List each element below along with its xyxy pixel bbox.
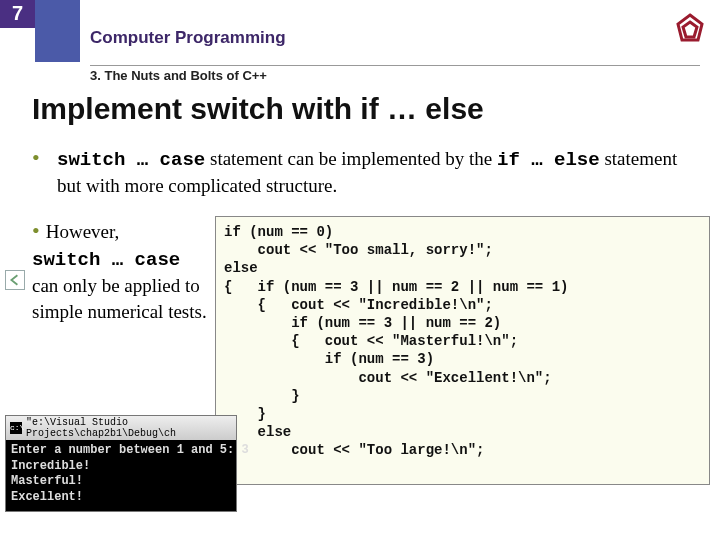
header-color-strip (35, 0, 80, 62)
bullet-1: • switch … case statement can be impleme… (32, 146, 695, 198)
bullet-text: statement can be implemented by the (205, 148, 497, 169)
console-icon: c:\ (10, 422, 22, 434)
console-title: "e:\Visual Studio Projects\chap2b1\Debug… (26, 417, 232, 439)
bullet-dot-icon: • (32, 146, 47, 198)
slide-title: Implement switch with if … else (32, 92, 484, 126)
code-inline: if … else (497, 149, 600, 171)
bullet-2: •However, switch … case can only be appl… (32, 216, 207, 325)
chapter-subtitle: 3. The Nuts and Bolts of C++ (90, 65, 700, 83)
bullet-dot-icon: • (32, 218, 40, 243)
university-logo-icon (670, 10, 710, 50)
code-block: if (num == 0) cout << "Too small, sorry!… (215, 216, 710, 485)
bullet-text: However, (46, 221, 120, 242)
code-inline: switch … case (32, 249, 180, 271)
course-title: Computer Programming (90, 28, 286, 48)
back-nav-icon[interactable] (5, 270, 25, 290)
console-output: Enter a number between 1 and 5: 3 Incred… (6, 440, 236, 511)
console-titlebar: c:\ "e:\Visual Studio Projects\chap2b1\D… (6, 416, 236, 440)
code-inline: switch … case (57, 149, 205, 171)
bullet-text: can only be applied to simple numerical … (32, 275, 207, 322)
console-window: c:\ "e:\Visual Studio Projects\chap2b1\D… (5, 415, 237, 512)
page-number: 7 (0, 0, 35, 28)
